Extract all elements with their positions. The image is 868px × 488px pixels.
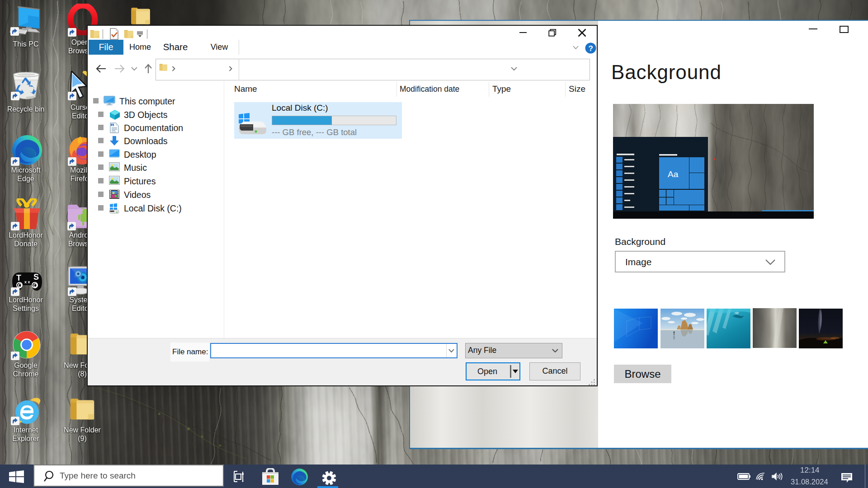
svg-text:S: S <box>33 272 39 282</box>
svg-text:?: ? <box>589 44 593 53</box>
svg-text:Aa: Aa <box>668 169 679 179</box>
svg-text:A: A <box>111 123 113 127</box>
svg-text:x x: x x <box>24 280 30 284</box>
svg-text:T: T <box>16 273 21 282</box>
svg-text:O: O <box>33 282 38 289</box>
